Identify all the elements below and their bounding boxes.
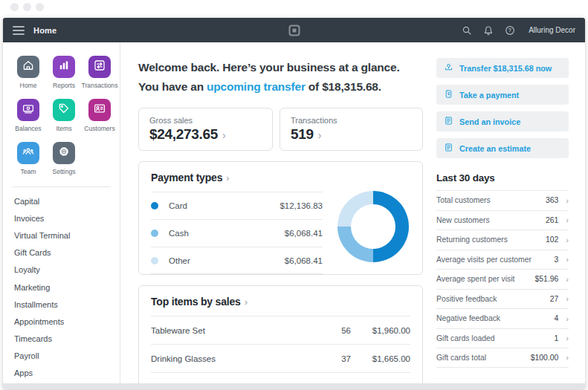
window-controls[interactable] xyxy=(10,3,44,11)
table-row: Drinking Glasses 37 $1,665.00 xyxy=(151,344,410,372)
estimate-icon xyxy=(444,143,453,155)
legend-dot-cash xyxy=(151,230,158,237)
transactions-card[interactable]: Transactions 519 xyxy=(280,108,423,151)
team-people-icon xyxy=(22,145,35,161)
sidebar-item-appointments[interactable]: Appointments xyxy=(3,313,120,330)
sidebar: Home Reports Transactions Balances Items xyxy=(3,42,120,383)
table-row: Bath Towels 18 $324.00 xyxy=(151,372,410,383)
payment-types-donut-chart xyxy=(337,191,409,262)
transfer-arrows-icon xyxy=(93,59,106,75)
payment-row-cash: Cash $6,068.41 xyxy=(151,219,323,247)
sidebar-tile-team[interactable]: Team xyxy=(10,142,46,175)
chevron-right-icon xyxy=(318,129,321,141)
sidebar-tile-home[interactable]: Home xyxy=(10,56,46,89)
stat-returning-customers[interactable]: Returning customers 102 xyxy=(436,230,569,250)
sidebar-item-capital[interactable]: Capital xyxy=(3,192,120,209)
account-name[interactable]: Alluring Decor xyxy=(529,26,575,34)
create-estimate-button[interactable]: Create an estimate xyxy=(436,138,569,158)
home-icon xyxy=(22,59,35,75)
transfer-now-button[interactable]: Transfer $18,315.68 now xyxy=(436,58,569,78)
take-payment-button[interactable]: $ Take a payment xyxy=(436,85,569,105)
payment-row-other: Other $6,068.41 xyxy=(151,247,323,274)
hamburger-menu-icon[interactable] xyxy=(13,26,25,35)
payment-types-card: Payment types Card $12,136.83 Cash $6,06… xyxy=(138,161,423,275)
payment-row-card: Card $12,136.83 xyxy=(151,192,323,219)
stat-gift-cards-total[interactable]: Gift cards total $100.00 xyxy=(436,348,569,368)
stat-gift-cards-loaded[interactable]: Gift cards loaded 1 xyxy=(436,328,569,348)
notifications-bell-icon[interactable] xyxy=(482,25,494,36)
stat-total-customers[interactable]: Total customers 363 xyxy=(436,190,569,210)
invoice-icon xyxy=(444,116,453,128)
stat-negative-feedback[interactable]: Negative feedback 4 xyxy=(436,308,569,328)
chevron-right-icon xyxy=(566,353,569,362)
sidebar-item-invoices[interactable]: Invoices xyxy=(3,209,120,227)
sidebar-item-marketing[interactable]: Marketing xyxy=(3,279,120,296)
sidebar-tile-items[interactable]: Items xyxy=(46,99,82,132)
window-minimize-dot[interactable] xyxy=(23,3,31,11)
window-zoom-dot[interactable] xyxy=(36,3,44,11)
chevron-right-icon xyxy=(566,235,569,244)
sidebar-tile-customers[interactable]: Customers xyxy=(82,99,117,132)
contact-card-icon xyxy=(93,102,106,118)
table-row: Tableware Set 56 $1,960.00 xyxy=(151,316,410,344)
send-invoice-button[interactable]: Send an invoice xyxy=(436,111,569,131)
main-panel: Welcome back. Here’s your business at a … xyxy=(120,42,423,383)
payment-icon: $ xyxy=(444,89,453,101)
legend-dot-other xyxy=(151,257,158,264)
chevron-right-icon xyxy=(566,255,569,264)
upcoming-transfer-link[interactable]: upcoming transfer xyxy=(207,80,306,93)
chevron-right-icon xyxy=(566,314,569,323)
stat-new-customers[interactable]: New customers 261 xyxy=(436,210,569,230)
last-30-days-title: Last 30 days xyxy=(436,172,569,183)
sidebar-item-apps[interactable]: Apps xyxy=(3,365,120,382)
chevron-right-icon xyxy=(566,215,569,224)
sidebar-item-installments[interactable]: Installments xyxy=(3,296,120,313)
gear-icon xyxy=(57,145,71,161)
chevron-right-icon xyxy=(566,334,569,342)
sidebar-tile-transactions[interactable]: Transactions xyxy=(82,56,117,89)
tag-icon xyxy=(57,102,71,118)
sidebar-tile-settings[interactable]: Settings xyxy=(46,142,82,175)
gross-sales-card[interactable]: Gross sales $24,273.65 xyxy=(138,108,273,151)
top-items-title[interactable]: Top items by sales xyxy=(151,296,410,308)
sidebar-tile-balances[interactable]: Balances xyxy=(10,99,46,132)
bar-chart-icon xyxy=(57,59,71,75)
sidebar-divider xyxy=(12,186,111,187)
app-window: Home ? Alluring Decor Home xyxy=(3,18,585,389)
window-close-dot[interactable] xyxy=(10,3,19,11)
chevron-right-icon xyxy=(222,129,225,141)
chevron-right-icon xyxy=(566,196,569,205)
nav-title: Home xyxy=(33,26,56,35)
sidebar-item-timecards[interactable]: Timecards xyxy=(3,331,120,348)
stat-average-spent[interactable]: Average spent per visit $51.96 xyxy=(436,269,569,289)
chevron-right-icon xyxy=(226,172,229,183)
sidebar-item-virtual-terminal[interactable]: Virtual Terminal xyxy=(3,227,120,244)
square-logo-icon xyxy=(288,25,300,36)
stat-positive-feedback[interactable]: Positive feedback 27 xyxy=(436,289,569,309)
banknote-icon xyxy=(22,102,35,118)
top-items-card: Top items by sales Tableware Set 56 $1,9… xyxy=(138,285,423,383)
sidebar-item-gift-cards[interactable]: Gift Cards xyxy=(3,244,120,261)
chevron-right-icon xyxy=(566,275,569,284)
top-navbar: Home ? Alluring Decor xyxy=(3,18,585,42)
search-icon[interactable] xyxy=(461,25,473,36)
sidebar-item-loyalty[interactable]: Loyalty xyxy=(3,261,120,279)
help-icon[interactable]: ? xyxy=(504,25,516,36)
welcome-headline: Welcome back. Here’s your business at a … xyxy=(138,58,423,97)
sidebar-item-payroll[interactable]: Payroll xyxy=(3,348,120,365)
chevron-right-icon xyxy=(566,294,569,303)
right-panel: Transfer $18,315.68 now $ Take a payment… xyxy=(423,42,585,383)
payment-types-title[interactable]: Payment types xyxy=(151,172,410,183)
sidebar-tile-reports[interactable]: Reports xyxy=(46,56,82,89)
svg-text:$: $ xyxy=(448,91,450,96)
window-bottom-edge xyxy=(3,383,585,389)
svg-text:?: ? xyxy=(508,27,511,33)
stat-average-visits[interactable]: Average visits per customer 3 xyxy=(436,250,569,270)
chevron-right-icon xyxy=(245,296,248,308)
legend-dot-card xyxy=(151,202,158,209)
transfer-icon xyxy=(444,62,453,74)
